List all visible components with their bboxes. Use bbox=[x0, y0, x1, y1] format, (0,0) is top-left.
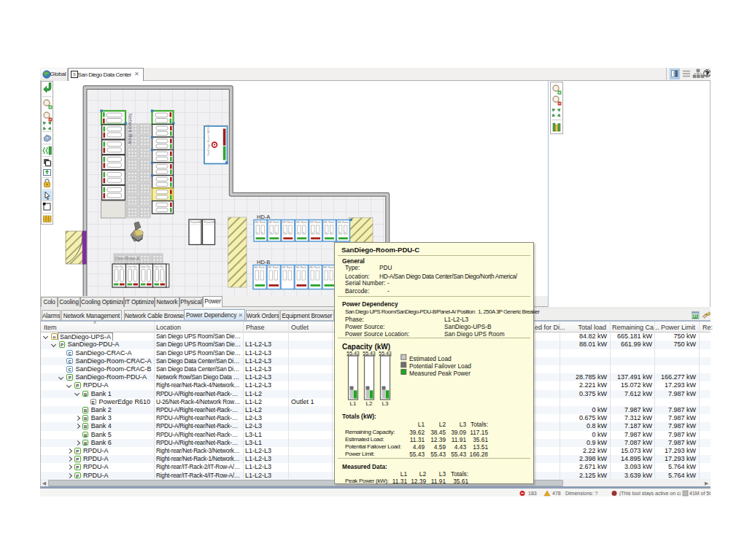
svg-text:HD Rack: HD Rack bbox=[324, 221, 335, 224]
svg-text:Dev-Ra..: Dev-Ra.. bbox=[128, 265, 139, 268]
svg-text:HD Rack: HD Rack bbox=[282, 221, 293, 224]
svg-text:PowerMo..: PowerMo.. bbox=[204, 221, 217, 224]
svg-text:SanDiego Room WDS-3: SanDiego Room WDS-3 bbox=[206, 124, 210, 156]
svg-text:HD Rack: HD Rack bbox=[338, 221, 349, 224]
svg-text:L3: L3 bbox=[382, 400, 389, 407]
svg-text:55.43: 55.43 bbox=[363, 351, 376, 356]
svg-text:55.43: 55.43 bbox=[347, 351, 360, 356]
svg-text:L1: L1 bbox=[350, 400, 357, 407]
svg-text:HD Rack: HD Rack bbox=[296, 221, 307, 224]
svg-text:HD Rack: HD Rack bbox=[296, 266, 307, 269]
svg-text:Dev-Ra..: Dev-Ra.. bbox=[141, 265, 152, 268]
svg-text:55.43: 55.43 bbox=[379, 351, 392, 356]
svg-text:HD Rack: HD Rack bbox=[268, 221, 279, 224]
svg-text:HD Rack: HD Rack bbox=[268, 266, 279, 269]
svg-text:PowerMo..: PowerMo.. bbox=[190, 221, 204, 224]
svg-text:Dev-Row-A: Dev-Row-A bbox=[115, 256, 140, 261]
svg-text:HD Rack: HD Rack bbox=[255, 221, 266, 224]
svg-text:HD Rack: HD Rack bbox=[282, 266, 293, 269]
svg-text:HD Rack: HD Rack bbox=[310, 221, 321, 224]
svg-text:HD Rack: HD Rack bbox=[255, 266, 266, 269]
svg-text:HD-A: HD-A bbox=[257, 214, 270, 220]
svg-text:L2: L2 bbox=[366, 400, 373, 407]
svg-text:Dev-Ra..: Dev-Ra.. bbox=[155, 265, 166, 268]
svg-text:Dev-Ra..: Dev-Ra.. bbox=[114, 265, 125, 268]
svg-text:HD Rack: HD Rack bbox=[310, 266, 321, 269]
svg-text:Network Row: Network Row bbox=[128, 114, 133, 144]
svg-text:HD Rack: HD Rack bbox=[324, 266, 335, 269]
svg-text:HD-B: HD-B bbox=[257, 259, 270, 265]
